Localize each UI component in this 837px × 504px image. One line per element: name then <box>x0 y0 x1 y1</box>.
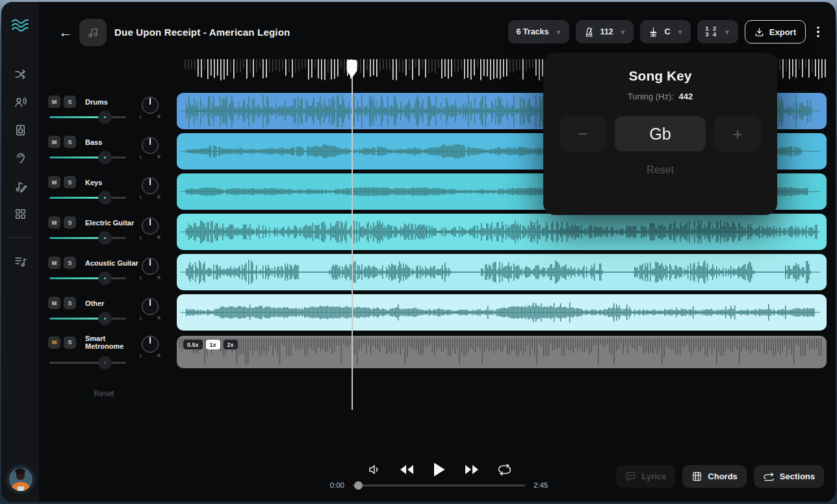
solo-button[interactable]: S <box>64 257 76 269</box>
volume-thumb[interactable] <box>98 191 112 205</box>
waveform-track-electric[interactable] <box>177 214 827 250</box>
mute-button[interactable]: M <box>48 336 60 349</box>
moises-logo-icon[interactable] <box>11 18 29 33</box>
mixer-row: M S Bass LR <box>48 133 169 171</box>
solo-button[interactable]: S <box>64 297 76 309</box>
volume-slider[interactable] <box>49 237 126 239</box>
splitter-icon[interactable] <box>10 64 30 84</box>
volume-slider[interactable] <box>49 197 126 199</box>
lyrics-button[interactable]: Lyrics <box>616 465 675 488</box>
apps-grid-icon[interactable] <box>10 204 30 223</box>
pan-knob[interactable] <box>142 336 159 353</box>
volume-icon[interactable] <box>365 460 383 479</box>
metronome-waveform <box>177 336 827 368</box>
volume-thumb[interactable] <box>98 110 112 124</box>
metronome-speed-0.5x[interactable]: 0.5x <box>183 340 203 349</box>
mute-button[interactable]: M <box>48 176 60 188</box>
loop-button[interactable] <box>495 460 513 479</box>
pan-labels: LR <box>139 316 161 320</box>
volume-thumb[interactable] <box>98 151 112 164</box>
volume-slider[interactable] <box>49 116 126 118</box>
bottom-actions: Lyrics Chords Sections <box>616 465 824 488</box>
current-time: 0:00 <box>325 481 344 489</box>
pan-knob[interactable] <box>142 298 159 315</box>
amp-icon[interactable] <box>10 120 30 140</box>
track-name-label: Drums <box>85 98 108 106</box>
metronome-speed-1x[interactable]: 1x <box>206 340 220 349</box>
mute-button[interactable]: M <box>48 216 60 229</box>
track-name-label: Electric Guitar <box>85 219 134 227</box>
solo-button[interactable]: S <box>64 136 76 148</box>
key-minus-button[interactable]: − <box>560 116 606 151</box>
tuning-label: Tuning (Hz): <box>628 92 674 101</box>
sections-label: Sections <box>780 472 815 481</box>
mute-button[interactable]: M <box>48 136 60 148</box>
pan-labels: LR <box>139 114 161 119</box>
solo-button[interactable]: S <box>64 336 76 349</box>
mixer-row: M S Drums LR <box>48 93 169 131</box>
voice-studio-icon[interactable] <box>10 92 30 112</box>
mixer-reset-button[interactable]: Reset <box>39 389 169 398</box>
lyrics-label: Lyrics <box>641 472 666 481</box>
track-name-label: Keys <box>85 179 102 186</box>
volume-slider[interactable] <box>49 157 126 158</box>
pan-labels: LR <box>139 195 161 199</box>
volume-slider[interactable] <box>49 318 126 320</box>
pan-labels: LR <box>139 353 161 358</box>
waveform-track-acoustic[interactable] <box>177 254 827 290</box>
pan-knob[interactable] <box>142 258 159 275</box>
volume-thumb[interactable] <box>98 356 112 370</box>
play-button[interactable] <box>430 460 448 479</box>
pan-knob[interactable] <box>142 177 159 194</box>
setlist-icon[interactable] <box>10 251 30 271</box>
chords-button[interactable]: Chords <box>682 465 747 488</box>
key-reset-button[interactable]: Reset <box>543 164 777 176</box>
transport-controls <box>365 460 513 479</box>
mixer-row: M S Acoustic Guitar LR <box>48 254 169 292</box>
key-plus-button[interactable]: + <box>714 116 761 151</box>
tuning-value: 442 <box>678 92 693 101</box>
lyric-writer-icon[interactable] <box>10 176 30 195</box>
pan-knob[interactable] <box>142 137 159 154</box>
mixer-panel: M S Drums LR M S Bass LR M S K <box>39 2 177 502</box>
rewind-button[interactable] <box>398 460 416 479</box>
solo-button[interactable]: S <box>64 95 76 108</box>
sections-button[interactable]: Sections <box>754 465 824 488</box>
playhead-line <box>352 62 353 410</box>
chords-label: Chords <box>708 472 738 481</box>
solo-button[interactable]: S <box>64 216 76 229</box>
tuning-line: Tuning (Hz): 442 <box>543 92 777 101</box>
volume-thumb[interactable] <box>98 271 112 285</box>
mute-button[interactable]: M <box>48 257 60 269</box>
waveform-canvas <box>177 254 827 290</box>
progress-thumb[interactable] <box>354 481 363 490</box>
volume-slider[interactable] <box>49 362 126 364</box>
ear-training-icon[interactable] <box>10 148 30 168</box>
metronome-lane[interactable]: 0.5x1x2x <box>177 336 827 368</box>
mixer-row: M S Electric Guitar LR <box>48 214 169 251</box>
key-value-button[interactable]: Gb <box>615 116 706 151</box>
app-window: ← Due Upon Receipt - American Legion 6 T… <box>1 2 836 502</box>
track-name-label: Other <box>85 299 104 307</box>
volume-thumb[interactable] <box>98 312 112 325</box>
playhead-handle[interactable] <box>346 59 358 79</box>
pan-knob[interactable] <box>142 218 159 234</box>
song-key-popup: Song Key Tuning (Hz): 442 − Gb + Reset <box>543 53 777 215</box>
user-avatar[interactable] <box>6 464 36 494</box>
solo-button[interactable]: S <box>64 176 76 188</box>
fast-forward-button[interactable] <box>463 460 481 479</box>
volume-thumb[interactable] <box>98 231 112 245</box>
mute-button[interactable]: M <box>48 95 60 108</box>
track-name-label: Smart Metronome <box>85 334 145 350</box>
mixer-row: M S Smart Metronome LR <box>48 332 169 370</box>
waveform-track-other[interactable] <box>177 294 827 331</box>
avatar-image <box>9 468 32 491</box>
metronome-speed-2x[interactable]: 2x <box>224 340 238 349</box>
desktop-background: ← Due Upon Receipt - American Legion 6 T… <box>0 0 837 504</box>
mute-button[interactable]: M <box>48 297 60 309</box>
progress-bar[interactable] <box>353 485 525 486</box>
pan-knob[interactable] <box>142 97 159 114</box>
total-time: 2:45 <box>534 481 553 489</box>
volume-slider[interactable] <box>49 277 126 279</box>
mixer-row: M S Other LR <box>48 294 169 332</box>
